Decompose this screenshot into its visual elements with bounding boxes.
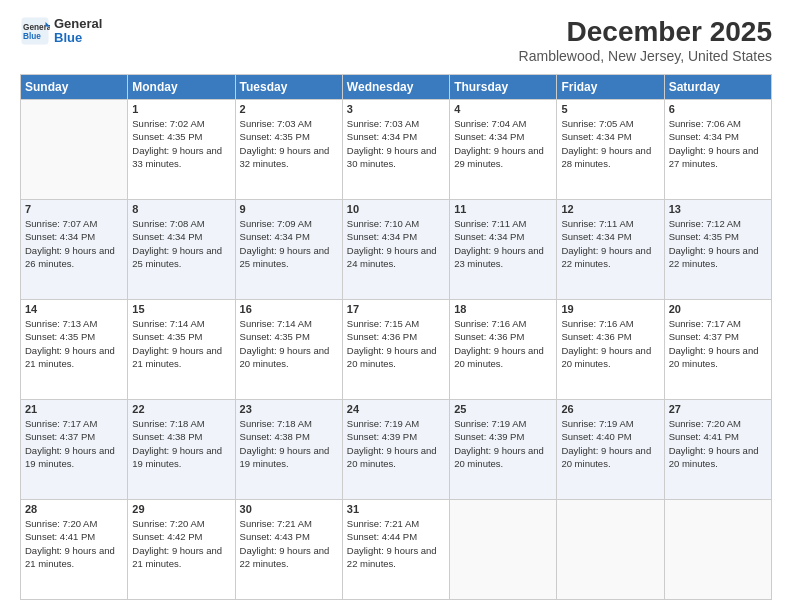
day-info: Sunrise: 7:20 AMSunset: 4:41 PMDaylight:… [669, 417, 767, 470]
calendar-day-cell: 8Sunrise: 7:08 AMSunset: 4:34 PMDaylight… [128, 200, 235, 300]
day-number: 19 [561, 303, 659, 315]
day-number: 20 [669, 303, 767, 315]
calendar-day-cell: 10Sunrise: 7:10 AMSunset: 4:34 PMDayligh… [342, 200, 449, 300]
calendar-week-row: 21Sunrise: 7:17 AMSunset: 4:37 PMDayligh… [21, 400, 772, 500]
day-number: 29 [132, 503, 230, 515]
calendar-day-cell: 30Sunrise: 7:21 AMSunset: 4:43 PMDayligh… [235, 500, 342, 600]
day-number: 11 [454, 203, 552, 215]
logo-text-general: General [54, 17, 102, 31]
day-info: Sunrise: 7:11 AMSunset: 4:34 PMDaylight:… [561, 217, 659, 270]
calendar-day-cell: 11Sunrise: 7:11 AMSunset: 4:34 PMDayligh… [450, 200, 557, 300]
day-number: 1 [132, 103, 230, 115]
day-number: 4 [454, 103, 552, 115]
calendar-day-cell: 13Sunrise: 7:12 AMSunset: 4:35 PMDayligh… [664, 200, 771, 300]
day-number: 28 [25, 503, 123, 515]
calendar-day-cell: 15Sunrise: 7:14 AMSunset: 4:35 PMDayligh… [128, 300, 235, 400]
day-number: 26 [561, 403, 659, 415]
day-number: 7 [25, 203, 123, 215]
day-number: 21 [25, 403, 123, 415]
day-number: 5 [561, 103, 659, 115]
calendar-day-cell: 4Sunrise: 7:04 AMSunset: 4:34 PMDaylight… [450, 100, 557, 200]
day-info: Sunrise: 7:20 AMSunset: 4:42 PMDaylight:… [132, 517, 230, 570]
day-number: 12 [561, 203, 659, 215]
day-info: Sunrise: 7:21 AMSunset: 4:43 PMDaylight:… [240, 517, 338, 570]
calendar-day-cell: 26Sunrise: 7:19 AMSunset: 4:40 PMDayligh… [557, 400, 664, 500]
calendar-table: SundayMondayTuesdayWednesdayThursdayFrid… [20, 74, 772, 600]
day-number: 24 [347, 403, 445, 415]
day-number: 14 [25, 303, 123, 315]
day-info: Sunrise: 7:19 AMSunset: 4:39 PMDaylight:… [347, 417, 445, 470]
day-info: Sunrise: 7:07 AMSunset: 4:34 PMDaylight:… [25, 217, 123, 270]
day-info: Sunrise: 7:17 AMSunset: 4:37 PMDaylight:… [25, 417, 123, 470]
calendar-day-cell: 29Sunrise: 7:20 AMSunset: 4:42 PMDayligh… [128, 500, 235, 600]
calendar-day-cell: 9Sunrise: 7:09 AMSunset: 4:34 PMDaylight… [235, 200, 342, 300]
day-info: Sunrise: 7:19 AMSunset: 4:40 PMDaylight:… [561, 417, 659, 470]
day-info: Sunrise: 7:15 AMSunset: 4:36 PMDaylight:… [347, 317, 445, 370]
calendar-day-cell: 18Sunrise: 7:16 AMSunset: 4:36 PMDayligh… [450, 300, 557, 400]
calendar-day-cell: 28Sunrise: 7:20 AMSunset: 4:41 PMDayligh… [21, 500, 128, 600]
calendar-day-cell: 6Sunrise: 7:06 AMSunset: 4:34 PMDaylight… [664, 100, 771, 200]
weekday-header-sunday: Sunday [21, 75, 128, 100]
day-info: Sunrise: 7:10 AMSunset: 4:34 PMDaylight:… [347, 217, 445, 270]
calendar-day-cell: 21Sunrise: 7:17 AMSunset: 4:37 PMDayligh… [21, 400, 128, 500]
day-info: Sunrise: 7:18 AMSunset: 4:38 PMDaylight:… [132, 417, 230, 470]
month-title: December 2025 [519, 16, 772, 48]
calendar-week-row: 14Sunrise: 7:13 AMSunset: 4:35 PMDayligh… [21, 300, 772, 400]
day-info: Sunrise: 7:09 AMSunset: 4:34 PMDaylight:… [240, 217, 338, 270]
logo: General Blue General Blue [20, 16, 102, 46]
day-info: Sunrise: 7:03 AMSunset: 4:35 PMDaylight:… [240, 117, 338, 170]
location: Ramblewood, New Jersey, United States [519, 48, 772, 64]
page: General Blue General Blue December 2025 … [0, 0, 792, 612]
calendar-day-cell: 22Sunrise: 7:18 AMSunset: 4:38 PMDayligh… [128, 400, 235, 500]
day-info: Sunrise: 7:02 AMSunset: 4:35 PMDaylight:… [132, 117, 230, 170]
day-info: Sunrise: 7:14 AMSunset: 4:35 PMDaylight:… [132, 317, 230, 370]
day-number: 22 [132, 403, 230, 415]
calendar-header-row: SundayMondayTuesdayWednesdayThursdayFrid… [21, 75, 772, 100]
day-info: Sunrise: 7:03 AMSunset: 4:34 PMDaylight:… [347, 117, 445, 170]
calendar-day-cell: 17Sunrise: 7:15 AMSunset: 4:36 PMDayligh… [342, 300, 449, 400]
svg-text:Blue: Blue [23, 32, 41, 41]
calendar-day-cell [21, 100, 128, 200]
day-number: 23 [240, 403, 338, 415]
header: General Blue General Blue December 2025 … [20, 16, 772, 64]
calendar-day-cell [664, 500, 771, 600]
day-info: Sunrise: 7:17 AMSunset: 4:37 PMDaylight:… [669, 317, 767, 370]
weekday-header-friday: Friday [557, 75, 664, 100]
day-number: 13 [669, 203, 767, 215]
day-info: Sunrise: 7:20 AMSunset: 4:41 PMDaylight:… [25, 517, 123, 570]
day-number: 17 [347, 303, 445, 315]
day-number: 3 [347, 103, 445, 115]
calendar-day-cell: 19Sunrise: 7:16 AMSunset: 4:36 PMDayligh… [557, 300, 664, 400]
day-number: 31 [347, 503, 445, 515]
day-number: 27 [669, 403, 767, 415]
calendar-day-cell: 25Sunrise: 7:19 AMSunset: 4:39 PMDayligh… [450, 400, 557, 500]
weekday-header-wednesday: Wednesday [342, 75, 449, 100]
logo-icon: General Blue [20, 16, 50, 46]
calendar-day-cell: 27Sunrise: 7:20 AMSunset: 4:41 PMDayligh… [664, 400, 771, 500]
day-number: 6 [669, 103, 767, 115]
calendar-week-row: 7Sunrise: 7:07 AMSunset: 4:34 PMDaylight… [21, 200, 772, 300]
day-info: Sunrise: 7:04 AMSunset: 4:34 PMDaylight:… [454, 117, 552, 170]
day-number: 30 [240, 503, 338, 515]
day-number: 8 [132, 203, 230, 215]
calendar-day-cell: 2Sunrise: 7:03 AMSunset: 4:35 PMDaylight… [235, 100, 342, 200]
calendar-day-cell: 1Sunrise: 7:02 AMSunset: 4:35 PMDaylight… [128, 100, 235, 200]
day-number: 16 [240, 303, 338, 315]
weekday-header-monday: Monday [128, 75, 235, 100]
day-info: Sunrise: 7:18 AMSunset: 4:38 PMDaylight:… [240, 417, 338, 470]
day-number: 2 [240, 103, 338, 115]
calendar-day-cell: 5Sunrise: 7:05 AMSunset: 4:34 PMDaylight… [557, 100, 664, 200]
day-info: Sunrise: 7:19 AMSunset: 4:39 PMDaylight:… [454, 417, 552, 470]
day-info: Sunrise: 7:13 AMSunset: 4:35 PMDaylight:… [25, 317, 123, 370]
calendar-day-cell: 14Sunrise: 7:13 AMSunset: 4:35 PMDayligh… [21, 300, 128, 400]
day-number: 15 [132, 303, 230, 315]
calendar-day-cell: 23Sunrise: 7:18 AMSunset: 4:38 PMDayligh… [235, 400, 342, 500]
calendar-day-cell: 31Sunrise: 7:21 AMSunset: 4:44 PMDayligh… [342, 500, 449, 600]
calendar-day-cell [557, 500, 664, 600]
day-number: 10 [347, 203, 445, 215]
weekday-header-saturday: Saturday [664, 75, 771, 100]
day-number: 9 [240, 203, 338, 215]
day-info: Sunrise: 7:12 AMSunset: 4:35 PMDaylight:… [669, 217, 767, 270]
calendar-day-cell [450, 500, 557, 600]
day-info: Sunrise: 7:06 AMSunset: 4:34 PMDaylight:… [669, 117, 767, 170]
